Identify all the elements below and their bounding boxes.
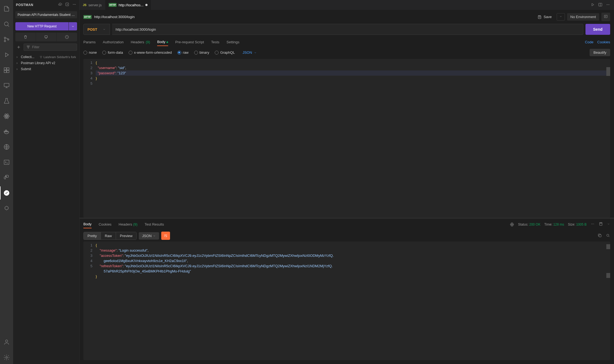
copilot-icon[interactable] <box>0 202 13 215</box>
send-button[interactable]: Send <box>585 24 610 35</box>
request-bar: HTTP http://localhost:3000/login Save No… <box>80 10 614 24</box>
remote-icon[interactable] <box>0 79 13 92</box>
globe-icon[interactable] <box>0 140 13 153</box>
history-icon[interactable] <box>57 33 77 41</box>
collection-label: Collecti... <box>21 55 34 59</box>
save-button[interactable]: Save <box>535 13 554 21</box>
response-tabs: Body Cookies Headers (9) Test Results St… <box>80 219 614 230</box>
collection-item[interactable]: › Submit <box>13 66 79 72</box>
body-none[interactable]: none <box>83 50 97 55</box>
scrollbar-handle[interactable] <box>606 67 610 76</box>
response-toolbar: Pretty Raw Preview JSON <box>80 230 614 241</box>
response-lang-selector[interactable]: JSON <box>139 232 159 240</box>
terminal-icon[interactable] <box>0 156 13 169</box>
add-icon[interactable] <box>15 44 22 50</box>
more-icon[interactable] <box>606 2 611 7</box>
preview-button[interactable]: Preview <box>116 232 136 240</box>
pretty-button[interactable]: Pretty <box>84 232 101 240</box>
tab-headers[interactable]: Headers (9) <box>131 38 150 46</box>
svg-point-32 <box>607 4 607 5</box>
account-icon[interactable] <box>0 335 13 349</box>
svg-rect-7 <box>7 70 9 73</box>
svg-rect-4 <box>4 68 6 70</box>
wrap-lines-button[interactable] <box>161 232 170 240</box>
chevron-down-icon[interactable] <box>607 222 610 226</box>
status-label: Status: 200 OK <box>518 223 540 226</box>
fork-info: Laishram Siddarth's fork <box>39 55 76 59</box>
tab-tests[interactable]: Tests <box>211 38 219 46</box>
collections-tree: › Collecti... Laishram Siddarth's fork ›… <box>13 53 79 73</box>
more-icon[interactable] <box>72 2 77 7</box>
network-icon[interactable] <box>510 222 514 227</box>
workspace-selector[interactable]: Postman API Fundamentals Student Expert <box>15 11 77 18</box>
postman-icon[interactable] <box>0 186 13 200</box>
save-response-icon[interactable] <box>599 222 603 227</box>
tab-body[interactable]: Body <box>157 38 168 46</box>
beautify-button[interactable]: Beautify <box>590 49 610 56</box>
collection-item[interactable]: › Postman Library API v2 <box>13 60 79 66</box>
activity-bar <box>0 0 13 364</box>
body-raw[interactable]: raw <box>177 50 189 55</box>
run-icon[interactable] <box>590 2 595 7</box>
search-icon[interactable] <box>0 18 13 31</box>
cloud-icon[interactable] <box>58 2 62 7</box>
body-urlencoded[interactable]: x-www-form-urlencoded <box>129 50 172 55</box>
new-request-button[interactable]: New HTTP Request <box>15 22 69 30</box>
new-request-dropdown[interactable] <box>69 22 77 30</box>
tab-settings[interactable]: Settings <box>227 38 239 46</box>
tab-serverjs[interactable]: JS server.js <box>80 0 105 10</box>
trash-icon[interactable] <box>15 33 36 41</box>
time-label: Time: 128 ms <box>544 223 564 226</box>
tab-prerequest[interactable]: Pre-request Script <box>175 38 204 46</box>
res-tab-testresults[interactable]: Test Results <box>145 221 164 228</box>
raw-button[interactable]: Raw <box>101 232 116 240</box>
extensions-icon[interactable] <box>0 64 13 77</box>
debug-icon[interactable] <box>0 48 13 61</box>
source-control-icon[interactable] <box>0 33 13 46</box>
copy-icon[interactable] <box>598 233 602 238</box>
svg-point-3 <box>8 39 9 40</box>
save-dropdown[interactable] <box>557 13 565 21</box>
tab-authorization[interactable]: Authorization <box>103 38 124 46</box>
react-icon[interactable] <box>0 110 13 123</box>
tab-request[interactable]: HTTP http://localhos... <box>105 0 151 10</box>
python-icon[interactable] <box>0 171 13 184</box>
body-lang-selector[interactable]: JSON <box>242 50 257 55</box>
settings-icon[interactable] <box>0 351 13 364</box>
body-formdata[interactable]: form-data <box>102 50 123 55</box>
request-tabs: Params Authorization Headers (9) Body Pr… <box>80 36 614 46</box>
svg-point-37 <box>591 224 592 224</box>
popout-icon[interactable] <box>65 2 69 7</box>
env-quick-look-icon[interactable] <box>601 13 610 21</box>
svg-point-9 <box>6 116 7 117</box>
res-tab-cookies[interactable]: Cookies <box>99 221 112 228</box>
scrollbar-handle[interactable] <box>606 244 610 249</box>
body-graphql[interactable]: GraphQL <box>215 50 235 55</box>
size-label: Size: 1005 B <box>568 223 587 226</box>
environment-selector[interactable]: No Environment <box>567 13 599 21</box>
chevron-down-icon <box>103 28 106 31</box>
more-icon[interactable] <box>590 222 595 227</box>
search-response-icon[interactable] <box>606 233 610 238</box>
device-icon[interactable] <box>36 33 56 41</box>
beaker-icon[interactable] <box>0 94 13 107</box>
tab-params[interactable]: Params <box>83 38 96 46</box>
cookies-link[interactable]: Cookies <box>597 40 610 44</box>
collection-item[interactable]: › Collecti... Laishram Siddarth's fork <box>13 54 79 60</box>
res-tab-body[interactable]: Body <box>83 220 92 228</box>
http-icon: HTTP <box>109 3 117 7</box>
split-icon[interactable] <box>598 2 603 7</box>
url-input[interactable] <box>115 27 579 32</box>
chevron-down-icon <box>153 234 156 237</box>
request-body-editor[interactable]: 1 2 3 4 5 { "username": "sid", "password… <box>83 59 610 218</box>
code-link[interactable]: Code <box>585 40 593 44</box>
method-selector[interactable]: POST <box>83 24 110 35</box>
scrollbar-handle[interactable] <box>606 273 610 278</box>
body-binary[interactable]: binary <box>194 50 209 55</box>
filter-input[interactable] <box>32 45 75 49</box>
response-body-viewer[interactable]: 1 2 3 4 5 { "message": "Login successful… <box>83 241 610 360</box>
docker-icon[interactable] <box>0 125 13 138</box>
res-tab-headers[interactable]: Headers (9) <box>119 221 138 228</box>
explorer-icon[interactable] <box>0 2 13 15</box>
save-icon <box>537 15 542 19</box>
